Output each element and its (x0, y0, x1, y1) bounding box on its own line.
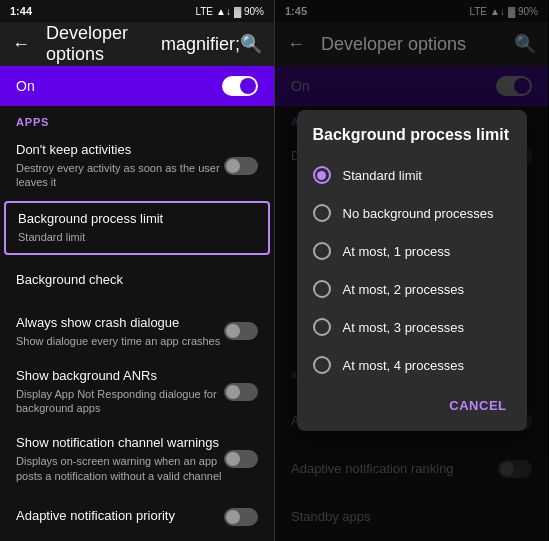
show-background-anrs-toggle[interactable] (224, 383, 258, 401)
show-background-anrs-text: Show background ANRs Display App Not Res… (16, 368, 224, 415)
radio-atmost-3-circle (313, 318, 331, 336)
left-apps-label: APPS (0, 106, 274, 132)
radio-atmost-1[interactable]: At most, 1 process (297, 232, 527, 270)
dont-keep-activities-subtitle: Destroy every activity as soon as the us… (16, 161, 224, 190)
radio-atmost-3-label: At most, 3 processes (343, 320, 464, 335)
dialog-overlay: Background process limit Standard limit … (275, 0, 548, 541)
radio-no-background[interactable]: No background processes (297, 194, 527, 232)
radio-atmost-4-label: At most, 4 processes (343, 358, 464, 373)
left-on-label: On (16, 78, 35, 94)
dialog-actions: Cancel (297, 384, 527, 423)
radio-atmost-4[interactable]: At most, 4 processes (297, 346, 527, 384)
background-process-limit-item[interactable]: Background process limit Standard limit (4, 201, 270, 254)
show-background-anrs-title: Show background ANRs (16, 368, 224, 385)
lte-icon: LTE (195, 6, 213, 17)
dont-keep-activities-item[interactable]: Don't keep activities Destroy every acti… (0, 132, 274, 199)
show-notification-warnings-subtitle: Displays on-screen warning when an app p… (16, 454, 224, 483)
radio-atmost-2-circle (313, 280, 331, 298)
background-process-limit-title: Background process limit (18, 211, 256, 228)
background-process-limit-text: Background process limit Standard limit (18, 211, 256, 244)
dont-keep-activities-title: Don't keep activities (16, 142, 224, 159)
radio-atmost-3[interactable]: At most, 3 processes (297, 308, 527, 346)
always-show-crash-title: Always show crash dialogue (16, 315, 224, 332)
left-settings-list: Don't keep activities Destroy every acti… (0, 132, 274, 541)
show-notification-warnings-title: Show notification channel warnings (16, 435, 224, 452)
left-status-icons: LTE ▲↓ ▓ 90% (195, 6, 264, 17)
background-check-title: Background check (16, 272, 258, 289)
radio-standard-limit[interactable]: Standard limit (297, 156, 527, 194)
show-notification-warnings-toggle[interactable] (224, 450, 258, 468)
background-check-item[interactable]: Background check (0, 257, 274, 305)
radio-atmost-1-label: At most, 1 process (343, 244, 451, 259)
radio-standard-limit-label: Standard limit (343, 168, 422, 183)
adaptive-notification-priority-toggle[interactable] (224, 508, 258, 526)
dont-keep-activities-text: Don't keep activities Destroy every acti… (16, 142, 224, 189)
adaptive-notification-priority-item[interactable]: Adaptive notification priority (0, 493, 274, 541)
left-on-bar: On (0, 66, 274, 106)
background-check-text: Background check (16, 272, 258, 289)
left-status-bar: 1:44 LTE ▲↓ ▓ 90% (0, 0, 274, 22)
left-time: 1:44 (10, 5, 32, 17)
radio-atmost-1-circle (313, 242, 331, 260)
show-notification-warnings-text: Show notification channel warnings Displ… (16, 435, 224, 482)
radio-atmost-4-circle (313, 356, 331, 374)
show-notification-warnings-item[interactable]: Show notification channel warnings Displ… (0, 425, 274, 492)
left-top-bar: ← Developer options magnifier;🔍 (0, 22, 274, 66)
radio-atmost-2[interactable]: At most, 2 processes (297, 270, 527, 308)
always-show-crash-item[interactable]: Always show crash dialogue Show dialogue… (0, 305, 274, 358)
always-show-crash-subtitle: Show dialogue every time an app crashes (16, 334, 224, 348)
cancel-button[interactable]: Cancel (441, 392, 514, 419)
search-icon[interactable]: magnifier;🔍 (161, 33, 262, 55)
show-background-anrs-subtitle: Display App Not Responding dialogue for … (16, 387, 224, 416)
signal-icon: ▲↓ (216, 6, 231, 17)
back-icon[interactable]: ← (12, 34, 30, 55)
always-show-crash-toggle[interactable] (224, 322, 258, 340)
radio-standard-limit-circle (313, 166, 331, 184)
right-screen: 1:45 LTE ▲↓ ▓ 90% ← Developer options 🔍 … (274, 0, 548, 541)
radio-no-background-circle (313, 204, 331, 222)
background-process-limit-subtitle: Standard limit (18, 230, 256, 244)
dont-keep-activities-toggle[interactable] (224, 157, 258, 175)
battery-icon: ▓ 90% (234, 6, 264, 17)
left-screen: 1:44 LTE ▲↓ ▓ 90% ← Developer options ma… (0, 0, 274, 541)
radio-atmost-2-label: At most, 2 processes (343, 282, 464, 297)
dialog-title: Background process limit (297, 126, 527, 156)
always-show-crash-text: Always show crash dialogue Show dialogue… (16, 315, 224, 348)
radio-no-background-label: No background processes (343, 206, 494, 221)
show-background-anrs-item[interactable]: Show background ANRs Display App Not Res… (0, 358, 274, 425)
adaptive-notification-priority-text: Adaptive notification priority (16, 508, 224, 525)
left-on-toggle[interactable] (222, 76, 258, 96)
adaptive-notification-priority-title: Adaptive notification priority (16, 508, 224, 525)
background-process-dialog: Background process limit Standard limit … (297, 110, 527, 431)
left-page-title: Developer options (46, 23, 161, 65)
